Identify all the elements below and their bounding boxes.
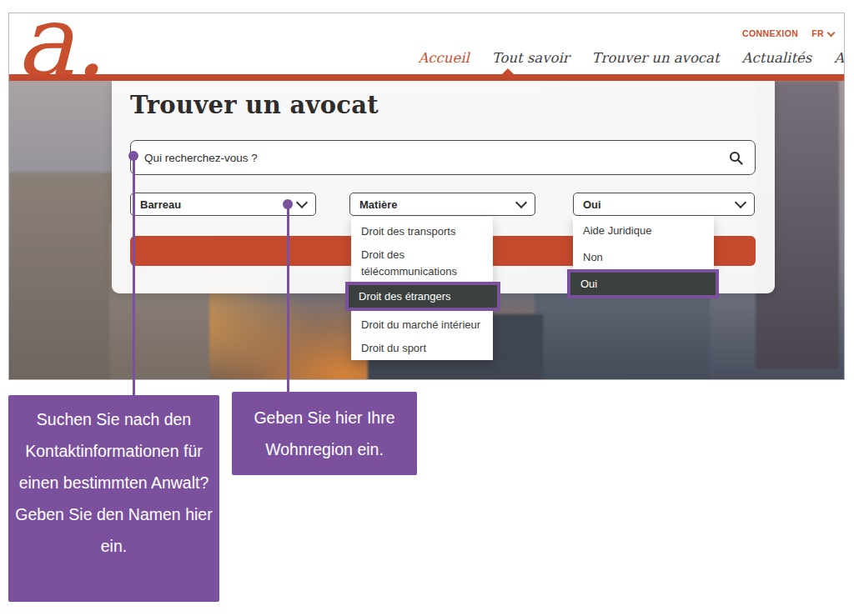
header-topbar: CONNEXION FR — [742, 28, 834, 38]
nav-item-a-propos[interactable]: A p — [834, 50, 845, 66]
nav-item-accueil[interactable]: Accueil — [418, 50, 469, 66]
dropdown-option[interactable]: Droit des télécommunications — [361, 247, 480, 280]
annotation-callout-search: Suchen Sie nach den Kontaktinformationen… — [8, 395, 219, 602]
chevron-down-icon — [296, 197, 308, 208]
aide-dropdown-panel: Aide Juridique Non — [573, 216, 714, 269]
chevron-down-icon — [735, 197, 746, 208]
header-divider-bar — [9, 74, 844, 81]
highlighted-option-droit-des-etrangers[interactable]: Droit des étrangers — [345, 282, 500, 311]
nav-item-trouver-un-avocat[interactable]: Trouver un avocat — [592, 50, 720, 66]
matiere-select[interactable]: Matière — [349, 193, 535, 216]
callout-text: Suchen Sie nach den Kontaktinformationen… — [15, 403, 213, 498]
callout-text: Geben Sie den Namen hier ein. — [15, 498, 213, 562]
annotation-connector-line — [287, 204, 289, 392]
search-input[interactable] — [143, 151, 729, 165]
aide-select-value: Oui — [583, 198, 601, 211]
annotation-connector-line — [133, 156, 135, 395]
annotation-dot — [283, 199, 293, 209]
annotation-callout-barreau: Geben Sie hier Ihre Wohnregion ein. — [232, 392, 417, 475]
annotation-dot — [128, 151, 138, 161]
language-selector[interactable]: FR — [811, 28, 834, 38]
page-title: Trouver un avocat — [130, 91, 379, 119]
highlighted-option-label: Oui — [580, 278, 597, 290]
matiere-select-value: Matière — [359, 198, 398, 211]
nav-item-actualites[interactable]: Actualités — [742, 50, 812, 66]
dropdown-option[interactable]: Droit du sport — [361, 340, 426, 357]
main-nav: Accueil Tout savoir Trouver un avocat Ac… — [418, 50, 845, 66]
connexion-link[interactable]: CONNEXION — [742, 28, 798, 38]
chevron-down-icon — [827, 28, 836, 37]
dropdown-option[interactable]: Non — [583, 249, 603, 266]
callout-text: Geben Sie hier Ihre Wohnregion ein. — [237, 402, 412, 465]
highlighted-option-oui[interactable]: Oui — [567, 269, 719, 298]
search-input-container — [130, 140, 756, 175]
nav-item-tout-savoir[interactable]: Tout savoir — [492, 50, 570, 66]
dropdown-option[interactable]: Aide Juridique — [583, 223, 651, 239]
chevron-down-icon — [515, 197, 527, 208]
magnifier-icon[interactable] — [729, 151, 743, 165]
aide-juridique-select[interactable]: Oui — [573, 193, 755, 216]
cityscape-building — [9, 173, 118, 380]
dropdown-option[interactable]: Droit du marché intérieur — [361, 317, 480, 333]
language-label: FR — [811, 28, 824, 38]
barreau-select-value: Barreau — [140, 198, 181, 211]
dropdown-option[interactable]: Droit des transports — [361, 223, 455, 240]
highlighted-option-label: Droit des étrangers — [359, 290, 451, 303]
